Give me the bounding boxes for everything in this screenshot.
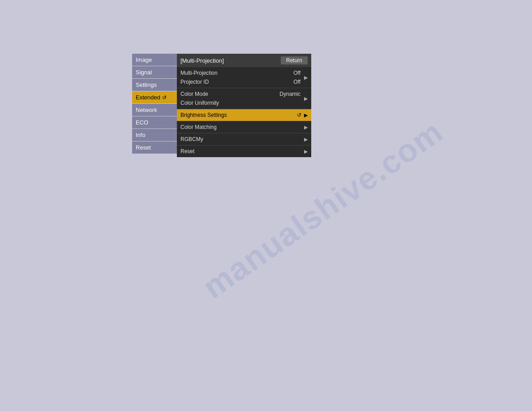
brightness-settings-arrow: ▶ — [304, 112, 308, 118]
sidebar-label-network: Network — [136, 107, 157, 113]
sidebar-item-reset[interactable]: Reset — [132, 141, 177, 154]
sidebar-label-signal: Signal — [136, 69, 152, 76]
menu-container: Image Signal Settings Extended ↺ Network… — [132, 54, 311, 157]
brightness-settings-label: Brightness Settings — [180, 112, 297, 118]
reset-arrow: ▶ — [304, 149, 308, 154]
sidebar-label-reset: Reset — [136, 144, 151, 151]
reset-label: Reset — [180, 148, 304, 154]
main-panel: [Multi-Projection] Return Multi-Projecti… — [177, 54, 311, 157]
multi-projection-group: Multi-Projection Off Projector ID Off ▶ — [177, 67, 311, 88]
panel-header: [Multi-Projection] Return — [177, 54, 311, 67]
multi-projection-value: Off — [293, 70, 300, 76]
brightness-settings-icon: ↺ — [297, 112, 301, 118]
sidebar-label-settings: Settings — [136, 81, 157, 88]
sidebar-label-eco: ECO — [136, 119, 148, 126]
extended-icon: ↺ — [162, 94, 167, 101]
rgbcmy-row[interactable]: RGBCMy ▶ — [177, 133, 311, 145]
sidebar-item-network[interactable]: Network — [132, 104, 177, 116]
color-matching-row[interactable]: Color Matching ▶ — [177, 121, 311, 133]
multi-projection-label: Multi-Projection — [180, 70, 293, 76]
multi-projection-row[interactable]: Multi-Projection Off Projector ID Off ▶ — [177, 67, 311, 88]
rgbcmy-arrow: ▶ — [304, 137, 308, 142]
color-matching-label: Color Matching — [180, 124, 304, 130]
color-mode-arrow: ▶ — [304, 96, 308, 102]
color-mode-value: Dynamic — [279, 91, 300, 97]
sidebar-item-eco[interactable]: ECO — [132, 116, 177, 128]
sidebar-label-info: Info — [136, 132, 146, 138]
color-mode-label: Color Mode — [180, 91, 279, 97]
sidebar: Image Signal Settings Extended ↺ Network… — [132, 54, 177, 157]
projector-id-value: Off — [293, 79, 300, 85]
rgbcmy-group: RGBCMy ▶ — [177, 133, 311, 146]
sidebar-item-info[interactable]: Info — [132, 129, 177, 141]
sidebar-item-settings[interactable]: Settings — [132, 79, 177, 91]
brightness-settings-group: Brightness Settings ↺ ▶ — [177, 109, 311, 121]
return-button[interactable]: Return — [281, 56, 308, 64]
color-mode-group: Color Mode Dynamic Color Uniformity ▶ — [177, 88, 311, 109]
sidebar-item-signal[interactable]: Signal — [132, 66, 177, 78]
multi-projection-arrow: ▶ — [304, 75, 308, 81]
projector-id-label: Projector ID — [180, 79, 293, 85]
reset-row[interactable]: Reset ▶ — [177, 146, 311, 157]
sidebar-item-extended[interactable]: Extended ↺ — [132, 91, 177, 103]
rgbcmy-label: RGBCMy — [180, 136, 304, 142]
brightness-settings-row[interactable]: Brightness Settings ↺ ▶ — [177, 109, 311, 121]
color-matching-group: Color Matching ▶ — [177, 121, 311, 133]
color-uniformity-label: Color Uniformity — [180, 100, 304, 106]
reset-group: Reset ▶ — [177, 146, 311, 157]
sidebar-label-extended: Extended — [136, 94, 160, 101]
panel-title: [Multi-Projection] — [180, 57, 224, 64]
sidebar-label-image: Image — [136, 56, 152, 63]
sidebar-item-image[interactable]: Image — [132, 54, 177, 66]
color-mode-row[interactable]: Color Mode Dynamic Color Uniformity ▶ — [177, 88, 311, 109]
color-matching-arrow: ▶ — [304, 124, 308, 130]
